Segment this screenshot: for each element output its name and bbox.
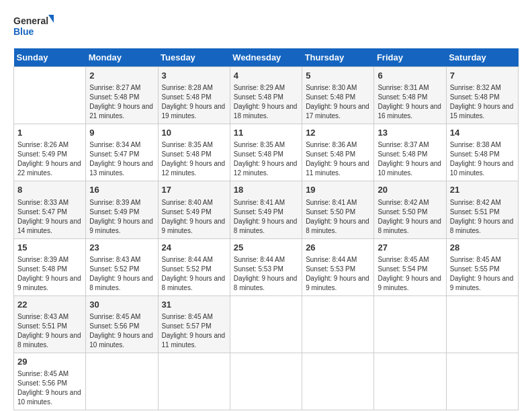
day-info: Sunrise: 8:45 AM Sunset: 5:57 PM Dayligh… xyxy=(162,312,226,350)
day-number: 29 xyxy=(17,356,82,368)
calendar-cell: 5Sunrise: 8:30 AM Sunset: 5:48 PM Daylig… xyxy=(302,67,374,124)
day-info: Sunrise: 8:41 AM Sunset: 5:49 PM Dayligh… xyxy=(234,198,298,236)
day-number: 8 xyxy=(17,184,82,196)
day-number: 14 xyxy=(450,127,515,139)
day-number: 23 xyxy=(89,242,154,254)
day-number: 20 xyxy=(378,184,442,196)
calendar-cell: 13Sunrise: 8:37 AM Sunset: 5:48 PM Dayli… xyxy=(374,124,446,181)
calendar-cell xyxy=(230,353,302,410)
calendar-cell: 31Sunrise: 8:45 AM Sunset: 5:57 PM Dayli… xyxy=(158,295,230,353)
day-number: 1 xyxy=(17,127,82,139)
calendar-cell: 1Sunrise: 8:26 AM Sunset: 5:49 PM Daylig… xyxy=(14,124,86,181)
day-number: 4 xyxy=(234,70,298,82)
calendar-cell: 2Sunrise: 8:27 AM Sunset: 5:48 PM Daylig… xyxy=(86,67,158,124)
calendar-cell: 3Sunrise: 8:28 AM Sunset: 5:48 PM Daylig… xyxy=(158,67,230,124)
calendar-cell: 30Sunrise: 8:45 AM Sunset: 5:56 PM Dayli… xyxy=(86,295,158,353)
day-header-monday: Monday xyxy=(86,48,158,67)
calendar-cell: 28Sunrise: 8:45 AM Sunset: 5:55 PM Dayli… xyxy=(446,238,518,295)
calendar-week-row: 22Sunrise: 8:43 AM Sunset: 5:51 PM Dayli… xyxy=(14,295,519,353)
day-info: Sunrise: 8:43 AM Sunset: 5:52 PM Dayligh… xyxy=(89,255,154,293)
day-info: Sunrise: 8:38 AM Sunset: 5:48 PM Dayligh… xyxy=(450,140,515,178)
day-number: 6 xyxy=(378,70,442,82)
day-info: Sunrise: 8:39 AM Sunset: 5:49 PM Dayligh… xyxy=(89,198,154,236)
day-number: 24 xyxy=(162,242,226,254)
day-number: 26 xyxy=(306,242,370,254)
day-info: Sunrise: 8:35 AM Sunset: 5:48 PM Dayligh… xyxy=(234,140,298,178)
calendar-cell: 23Sunrise: 8:43 AM Sunset: 5:52 PM Dayli… xyxy=(86,238,158,295)
day-info: Sunrise: 8:29 AM Sunset: 5:48 PM Dayligh… xyxy=(234,83,298,121)
calendar-cell: 20Sunrise: 8:42 AM Sunset: 5:50 PM Dayli… xyxy=(374,181,446,238)
day-info: Sunrise: 8:36 AM Sunset: 5:48 PM Dayligh… xyxy=(306,140,370,178)
calendar-cell xyxy=(302,295,374,353)
day-number: 10 xyxy=(162,127,226,139)
calendar-cell: 11Sunrise: 8:35 AM Sunset: 5:48 PM Dayli… xyxy=(230,124,302,181)
calendar-cell: 16Sunrise: 8:39 AM Sunset: 5:49 PM Dayli… xyxy=(86,181,158,238)
day-number: 28 xyxy=(450,242,515,254)
day-number: 17 xyxy=(162,184,226,196)
logo: General Blue xyxy=(13,13,54,42)
day-number: 9 xyxy=(89,127,154,139)
logo-svg: General Blue xyxy=(13,13,54,42)
day-number: 7 xyxy=(450,70,515,82)
day-info: Sunrise: 8:32 AM Sunset: 5:48 PM Dayligh… xyxy=(450,83,515,121)
day-info: Sunrise: 8:42 AM Sunset: 5:51 PM Dayligh… xyxy=(450,198,515,236)
day-header-saturday: Saturday xyxy=(446,48,518,67)
calendar-cell: 4Sunrise: 8:29 AM Sunset: 5:48 PM Daylig… xyxy=(230,67,302,124)
day-header-friday: Friday xyxy=(374,48,446,67)
calendar-cell: 8Sunrise: 8:33 AM Sunset: 5:47 PM Daylig… xyxy=(14,181,86,238)
calendar-cell: 17Sunrise: 8:40 AM Sunset: 5:49 PM Dayli… xyxy=(158,181,230,238)
day-number: 18 xyxy=(234,184,298,196)
day-info: Sunrise: 8:42 AM Sunset: 5:50 PM Dayligh… xyxy=(378,198,442,236)
day-number: 19 xyxy=(306,184,370,196)
day-number: 12 xyxy=(306,127,370,139)
day-number: 31 xyxy=(162,299,226,311)
day-header-tuesday: Tuesday xyxy=(158,48,230,67)
day-info: Sunrise: 8:26 AM Sunset: 5:49 PM Dayligh… xyxy=(17,140,82,178)
day-number: 30 xyxy=(89,299,154,311)
calendar-cell: 14Sunrise: 8:38 AM Sunset: 5:48 PM Dayli… xyxy=(446,124,518,181)
svg-text:Blue: Blue xyxy=(13,26,34,37)
day-info: Sunrise: 8:43 AM Sunset: 5:51 PM Dayligh… xyxy=(17,312,82,350)
day-number: 5 xyxy=(306,70,370,82)
calendar-week-row: 8Sunrise: 8:33 AM Sunset: 5:47 PM Daylig… xyxy=(14,181,519,238)
svg-marker-2 xyxy=(48,15,54,23)
day-info: Sunrise: 8:45 AM Sunset: 5:54 PM Dayligh… xyxy=(378,255,442,293)
day-info: Sunrise: 8:37 AM Sunset: 5:48 PM Dayligh… xyxy=(378,140,442,178)
day-number: 25 xyxy=(234,242,298,254)
day-info: Sunrise: 8:39 AM Sunset: 5:48 PM Dayligh… xyxy=(17,255,82,293)
day-number: 27 xyxy=(378,242,442,254)
day-info: Sunrise: 8:31 AM Sunset: 5:48 PM Dayligh… xyxy=(378,83,442,121)
calendar-cell: 27Sunrise: 8:45 AM Sunset: 5:54 PM Dayli… xyxy=(374,238,446,295)
day-number: 21 xyxy=(450,184,515,196)
header: General Blue xyxy=(13,13,519,42)
calendar-header-row: SundayMondayTuesdayWednesdayThursdayFrid… xyxy=(14,48,519,67)
day-info: Sunrise: 8:44 AM Sunset: 5:52 PM Dayligh… xyxy=(162,255,226,293)
calendar-week-row: 29Sunrise: 8:45 AM Sunset: 5:56 PM Dayli… xyxy=(14,353,519,410)
day-info: Sunrise: 8:27 AM Sunset: 5:48 PM Dayligh… xyxy=(89,83,154,121)
day-info: Sunrise: 8:44 AM Sunset: 5:53 PM Dayligh… xyxy=(306,255,370,293)
calendar-cell: 7Sunrise: 8:32 AM Sunset: 5:48 PM Daylig… xyxy=(446,67,518,124)
calendar-cell: 21Sunrise: 8:42 AM Sunset: 5:51 PM Dayli… xyxy=(446,181,518,238)
day-header-sunday: Sunday xyxy=(14,48,86,67)
calendar-cell xyxy=(14,67,86,124)
calendar-cell xyxy=(302,353,374,410)
calendar-cell xyxy=(86,353,158,410)
day-info: Sunrise: 8:28 AM Sunset: 5:48 PM Dayligh… xyxy=(162,83,226,121)
calendar-cell: 10Sunrise: 8:35 AM Sunset: 5:48 PM Dayli… xyxy=(158,124,230,181)
day-info: Sunrise: 8:35 AM Sunset: 5:48 PM Dayligh… xyxy=(162,140,226,178)
calendar-week-row: 1Sunrise: 8:26 AM Sunset: 5:49 PM Daylig… xyxy=(14,124,519,181)
calendar-cell: 18Sunrise: 8:41 AM Sunset: 5:49 PM Dayli… xyxy=(230,181,302,238)
day-info: Sunrise: 8:30 AM Sunset: 5:48 PM Dayligh… xyxy=(306,83,370,121)
calendar-cell: 6Sunrise: 8:31 AM Sunset: 5:48 PM Daylig… xyxy=(374,67,446,124)
calendar-cell: 29Sunrise: 8:45 AM Sunset: 5:56 PM Dayli… xyxy=(14,353,86,410)
day-header-wednesday: Wednesday xyxy=(230,48,302,67)
calendar-cell: 19Sunrise: 8:41 AM Sunset: 5:50 PM Dayli… xyxy=(302,181,374,238)
calendar-cell xyxy=(230,295,302,353)
day-info: Sunrise: 8:34 AM Sunset: 5:47 PM Dayligh… xyxy=(89,140,154,178)
calendar-week-row: 2Sunrise: 8:27 AM Sunset: 5:48 PM Daylig… xyxy=(14,67,519,124)
calendar-cell xyxy=(374,295,446,353)
day-info: Sunrise: 8:44 AM Sunset: 5:53 PM Dayligh… xyxy=(234,255,298,293)
day-number: 13 xyxy=(378,127,442,139)
day-header-thursday: Thursday xyxy=(302,48,374,67)
calendar-cell xyxy=(374,353,446,410)
